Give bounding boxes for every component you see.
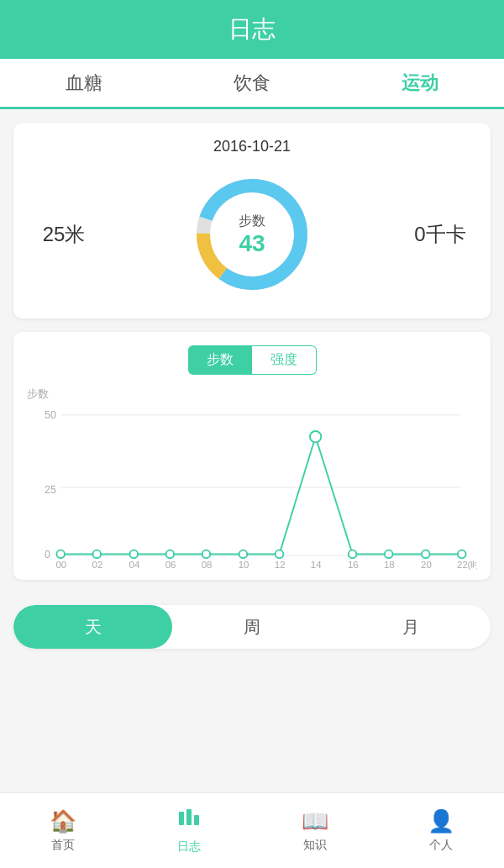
nav-home[interactable]: 🏠 首页 [0,793,126,868]
stat-distance: 25米 [30,221,97,248]
svg-text:06: 06 [165,560,176,570]
svg-rect-35 [186,809,192,825]
svg-text:16: 16 [348,560,359,570]
donut-number: 43 [239,230,265,257]
svg-text:14: 14 [311,560,322,570]
tab-bar: 血糖 饮食 运动 [0,59,504,109]
svg-text:25: 25 [45,484,56,496]
period-week-btn[interactable]: 周 [172,605,331,649]
svg-text:22: 22 [457,560,468,570]
svg-point-18 [385,550,393,559]
svg-point-10 [92,550,101,559]
toggle-intensity-btn[interactable]: 强度 [252,345,317,375]
chart-section: 步数 强度 步数 50 25 0 [13,332,491,580]
chart-toggle: 步数 强度 [27,345,477,375]
period-month-btn[interactable]: 月 [332,605,491,649]
summary-card: 2016-10-21 25米 步数 43 0千卡 [13,123,491,318]
svg-text:10: 10 [239,560,249,570]
nav-journal[interactable]: 日志 [126,793,252,868]
svg-text:0: 0 [45,549,50,560]
nav-knowledge[interactable]: 📖 知识 [252,793,378,868]
chart-y-label: 步数 [27,387,477,402]
svg-point-11 [130,550,139,559]
distance-value: 25米 [43,221,86,248]
svg-point-20 [458,550,466,559]
svg-point-19 [422,550,430,559]
svg-point-15 [276,550,284,559]
calories-value: 0千卡 [414,221,465,248]
journal-icon [177,807,201,836]
svg-point-9 [56,550,65,559]
svg-text:00: 00 [55,560,66,570]
svg-point-14 [239,550,248,559]
period-day-btn[interactable]: 天 [13,605,172,649]
toggle-steps-btn[interactable]: 步数 [188,345,252,375]
svg-text:20: 20 [421,560,432,570]
nav-profile[interactable]: 👤 个人 [378,793,504,868]
svg-rect-36 [194,815,199,825]
card-date: 2016-10-21 [30,138,474,155]
svg-rect-34 [179,812,184,825]
donut-center: 步数 43 [239,213,265,257]
page-title: 日志 [228,13,276,45]
svg-point-12 [166,550,175,559]
svg-text:(时): (时) [468,560,477,570]
svg-point-16 [310,431,321,442]
card-body: 25米 步数 43 0千卡 [30,167,474,302]
profile-icon: 👤 [428,808,454,834]
svg-text:04: 04 [129,560,140,570]
knowledge-icon: 📖 [302,808,328,834]
svg-text:18: 18 [384,560,395,570]
donut-label: 步数 [239,213,265,230]
chart-svg: 50 25 0 0 [27,403,477,571]
bottom-nav: 🏠 首页 日志 📖 知识 👤 个人 [0,792,504,868]
header: 日志 [0,0,504,59]
svg-text:12: 12 [275,560,286,570]
chart-area: 50 25 0 0 [27,403,477,571]
donut-chart: 步数 43 [185,167,319,302]
svg-text:50: 50 [45,409,56,421]
tab-blood-sugar[interactable]: 血糖 [0,59,168,107]
svg-point-17 [349,550,357,559]
home-icon: 🏠 [50,808,76,834]
svg-point-13 [202,550,211,559]
svg-text:02: 02 [92,560,103,570]
tab-exercise[interactable]: 运动 [336,59,504,107]
period-selector: 天 周 月 [13,605,491,649]
stat-calories: 0千卡 [407,221,474,248]
tab-diet[interactable]: 饮食 [168,59,336,107]
svg-text:08: 08 [202,560,213,570]
